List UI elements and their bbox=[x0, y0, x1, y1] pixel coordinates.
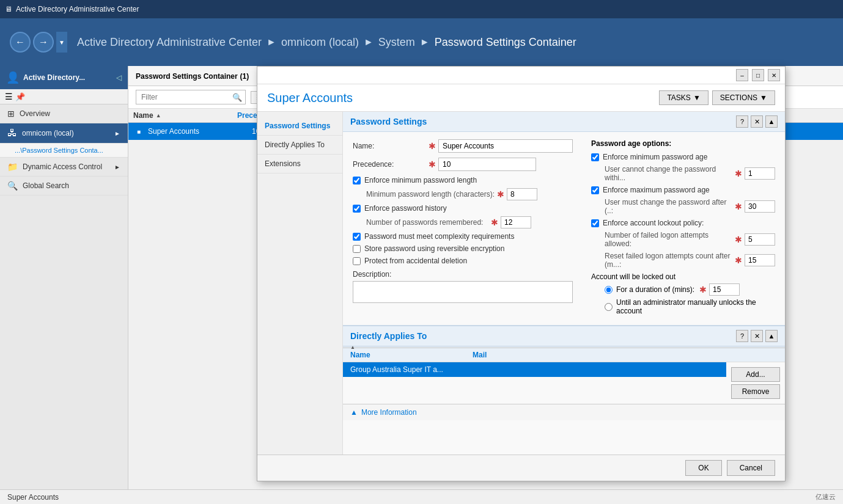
description-area: Description: bbox=[353, 270, 573, 305]
applies-collapse-btn[interactable]: ▲ bbox=[765, 330, 778, 342]
failed-logon-label: Number of failed logon attempts allowed: bbox=[605, 231, 732, 248]
manual-unlock-radio-row: Until an administrator manually unlocks … bbox=[605, 298, 775, 315]
sidebar-pin-icon: 📌 bbox=[15, 92, 25, 101]
reset-count-input[interactable] bbox=[745, 254, 775, 266]
precedence-input[interactable] bbox=[438, 158, 536, 171]
sidebar-item-psc[interactable]: ...\Password Settings Conta... bbox=[0, 144, 128, 158]
minimize-button[interactable]: – bbox=[736, 69, 748, 81]
section-action-buttons: ? ✕ ▲ bbox=[736, 115, 778, 128]
row-icon: ■ bbox=[133, 126, 144, 137]
sidebar-item-extensions[interactable]: Extensions bbox=[257, 155, 342, 173]
sidebar-header-title: Active Directory... bbox=[23, 73, 85, 82]
enforce-lockout-checkbox[interactable] bbox=[591, 219, 599, 227]
complexity-checkbox[interactable] bbox=[353, 233, 361, 241]
locked-out-header: Account will be locked out bbox=[591, 272, 775, 281]
min-age-input[interactable] bbox=[745, 167, 775, 180]
sidebar-collapse-btn[interactable]: ◁ bbox=[116, 73, 122, 82]
sidebar-list-icon: ☰ bbox=[5, 92, 13, 101]
enforce-min-length-label: Enforce minimum password length bbox=[364, 176, 477, 184]
password-settings-section-header: Password Settings ? ✕ ▲ bbox=[343, 112, 785, 132]
breadcrumb-omnicom[interactable]: omnicom (local) bbox=[281, 36, 359, 49]
applies-buttons: Add... Remove bbox=[726, 362, 785, 404]
max-age-sub-row: User must change the password after (..:… bbox=[605, 198, 775, 215]
back-button[interactable]: ← bbox=[10, 32, 31, 53]
manual-unlock-radio[interactable] bbox=[605, 303, 613, 311]
min-age-sub-label: User cannot change the password withi... bbox=[605, 165, 732, 182]
maximize-button[interactable]: □ bbox=[752, 69, 764, 81]
enforce-history-checkbox[interactable] bbox=[353, 205, 361, 213]
detail-content: Password Settings ? ✕ ▲ Name: ✱ bbox=[343, 112, 785, 455]
password-age-header: Password age options: bbox=[591, 139, 775, 148]
filter-search-icon: 🔍 bbox=[232, 93, 242, 102]
name-input[interactable] bbox=[438, 139, 573, 153]
status-bar: Super Accounts 亿速云 bbox=[0, 489, 843, 504]
help-button[interactable]: ? bbox=[736, 115, 748, 128]
applies-list-area: Group Australia Super IT a... Add... Rem… bbox=[343, 362, 785, 404]
sidebar-item-dac[interactable]: 📁 Dynamic Access Control ► bbox=[0, 158, 128, 177]
min-length-input[interactable] bbox=[507, 188, 537, 200]
breadcrumb-system[interactable]: System bbox=[378, 36, 415, 49]
forward-button[interactable]: → bbox=[33, 32, 54, 53]
applies-list: Group Australia Super IT a... bbox=[343, 362, 726, 404]
sort-arrow-icon: ▲ bbox=[156, 112, 161, 119]
tasks-button[interactable]: TASKS ▼ bbox=[659, 90, 708, 105]
sidebar-item-overview[interactable]: ⊞ Overview bbox=[0, 104, 128, 123]
reversible-checkbox[interactable] bbox=[353, 245, 361, 253]
applies-help-button[interactable]: ? bbox=[736, 330, 748, 342]
reset-count-label: Reset failed logon attempts count after … bbox=[605, 252, 732, 269]
sidebar-person-icon: 👤 bbox=[6, 71, 20, 84]
protect-deletion-checkbox[interactable] bbox=[353, 257, 361, 265]
sidebar-item-search[interactable]: 🔍 Global Search bbox=[0, 177, 128, 195]
max-age-input[interactable] bbox=[745, 200, 775, 213]
filter-input-wrap: 🔍 bbox=[136, 90, 246, 104]
min-length-sub-row: Minimum password length (characters): ✱ bbox=[366, 188, 573, 200]
enforce-min-age-checkbox[interactable] bbox=[591, 153, 599, 161]
applies-list-header: Name Mail bbox=[343, 348, 785, 362]
enforce-max-age-row: Enforce maximum password age bbox=[591, 186, 775, 194]
section-close-btn[interactable]: ✕ bbox=[751, 115, 763, 128]
name-label: Name: bbox=[353, 142, 426, 150]
enforce-max-age-checkbox[interactable] bbox=[591, 186, 599, 194]
sections-button[interactable]: SECTIONS ▼ bbox=[712, 90, 775, 105]
applies-col-mail[interactable]: Mail bbox=[473, 351, 778, 359]
nav-dropdown-button[interactable]: ▼ bbox=[56, 32, 67, 53]
enforce-min-length-checkbox[interactable] bbox=[353, 177, 361, 184]
complexity-row: Password must meet complexity requiremen… bbox=[353, 232, 573, 241]
content-title: Password Settings Container (1) bbox=[136, 71, 249, 81]
applies-close-btn[interactable]: ✕ bbox=[751, 330, 763, 342]
more-info-chevron-icon: ▲ bbox=[350, 408, 358, 417]
history-count-label: Number of passwords remembered: bbox=[366, 218, 488, 227]
history-count-input[interactable] bbox=[501, 216, 531, 228]
duration-radio[interactable] bbox=[605, 286, 613, 294]
sidebar-item-omnicom[interactable]: 🖧 omnicom (local) ► bbox=[0, 123, 128, 144]
tasks-dropdown-icon: ▼ bbox=[693, 93, 701, 102]
duration-radio-row: For a duration of (mins): ✱ bbox=[605, 283, 775, 296]
failed-logon-input[interactable] bbox=[745, 233, 775, 246]
sidebar-item-password-settings[interactable]: Password Settings bbox=[257, 117, 342, 136]
section-collapse-btn[interactable]: ▲ bbox=[765, 115, 778, 128]
applies-row[interactable]: Group Australia Super IT a... bbox=[343, 362, 726, 377]
close-button[interactable]: ✕ bbox=[768, 69, 780, 81]
add-button[interactable]: Add... bbox=[731, 367, 780, 382]
ok-button[interactable]: OK bbox=[685, 460, 721, 476]
description-textarea[interactable] bbox=[353, 281, 573, 303]
detail-panel: – □ ✕ Super Accounts TASKS ▼ SECTIONS ▼ … bbox=[257, 66, 786, 481]
sidebar-item-directly-applies[interactable]: Directly Applies To bbox=[257, 136, 342, 155]
sidebar-header: 👤 Active Directory... ◁ bbox=[0, 66, 128, 89]
max-age-sub-label: User must change the password after (..: bbox=[605, 198, 732, 215]
complexity-label: Password must meet complexity requiremen… bbox=[364, 232, 514, 241]
breadcrumb-psc: Password Settings Container bbox=[435, 36, 576, 49]
more-info-bar[interactable]: ▲ More Information bbox=[343, 404, 785, 420]
enforce-min-age-row: Enforce minimum password age bbox=[591, 153, 775, 161]
filter-input[interactable] bbox=[136, 90, 246, 104]
enforce-lockout-row: Enforce account lockout policy: bbox=[591, 219, 775, 227]
directly-applies-actions: ? ✕ ▲ bbox=[736, 330, 778, 342]
cancel-button[interactable]: Cancel bbox=[727, 460, 775, 476]
duration-radio-label: For a duration of (mins): bbox=[616, 285, 694, 294]
duration-input[interactable] bbox=[709, 283, 740, 296]
remove-button[interactable]: Remove bbox=[731, 384, 780, 399]
omnicom-icon: 🖧 bbox=[7, 128, 17, 139]
precedence-label: Precedence: bbox=[353, 160, 426, 169]
applies-col-name[interactable]: Name bbox=[350, 351, 473, 359]
reversible-label: Store password using reversible encrypti… bbox=[364, 244, 504, 253]
